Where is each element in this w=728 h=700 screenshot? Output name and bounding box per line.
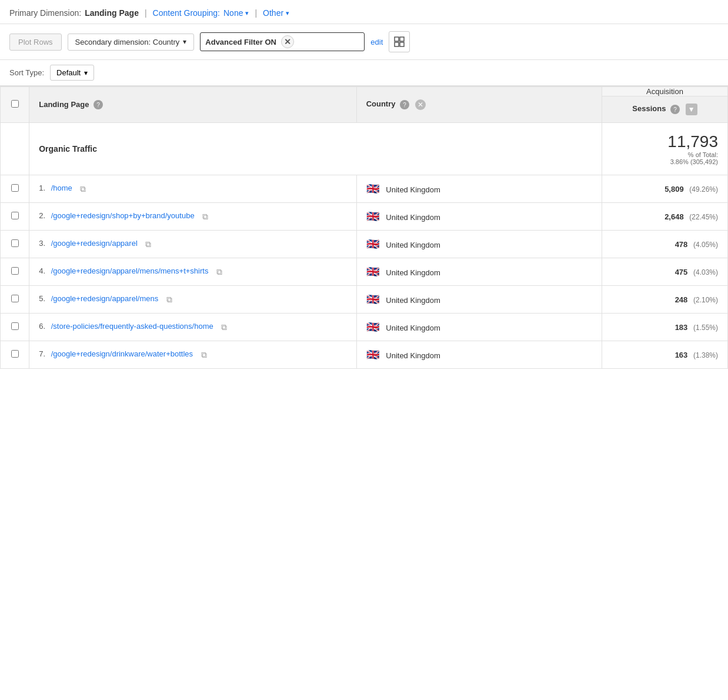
row-number: 4. — [39, 266, 45, 275]
row-checkbox[interactable] — [11, 350, 19, 358]
row-number: 7. — [39, 349, 45, 358]
sort-value: Default — [56, 68, 81, 77]
country-name: United Kingdom — [386, 296, 440, 305]
country-remove-icon[interactable]: ✕ — [415, 99, 426, 110]
sessions-value: 2,648 — [664, 212, 684, 221]
sessions-help-icon[interactable]: ? — [670, 105, 680, 114]
grid-view-button[interactable] — [389, 31, 410, 52]
table-row: 6. /store-policies/frequently-asked-ques… — [1, 314, 728, 341]
copy-icon[interactable]: ⧉ — [219, 322, 229, 332]
row-number: 5. — [39, 294, 45, 303]
country-name: United Kingdom — [386, 241, 440, 249]
content-grouping-chevron: ▾ — [245, 9, 249, 17]
page-link[interactable]: /google+redesign/apparel/mens/mens+t+shi… — [51, 266, 209, 275]
sessions-pct: (22.45%) — [689, 213, 718, 221]
sessions-value: 248 — [675, 295, 688, 304]
sort-chevron: ▾ — [84, 69, 88, 77]
country-header: Country ? ✕ — [357, 92, 602, 117]
landing-page-help-icon[interactable]: ? — [93, 100, 103, 109]
total-sessions-value: 11,793 — [612, 132, 718, 151]
secondary-dimension-chevron: ▾ — [183, 38, 186, 46]
svg-rect-1 — [400, 37, 404, 41]
primary-dimension-value: Landing Page — [85, 8, 139, 18]
table-row: 4. /google+redesign/apparel/mens/mens+t+… — [1, 258, 728, 286]
country-flag: 🇬🇧 — [366, 321, 379, 333]
country-header-label: Country — [366, 99, 396, 108]
svg-rect-0 — [395, 37, 399, 41]
sort-bar: Sort Type: Default ▾ — [0, 60, 728, 86]
page-link[interactable]: /google+redesign/drinkware/water+bottles — [51, 349, 193, 358]
row-checkbox[interactable] — [11, 184, 19, 192]
sessions-pct: (2.10%) — [693, 296, 718, 304]
country-name: United Kingdom — [386, 213, 440, 222]
sort-type-label: Sort Type: — [9, 68, 44, 77]
copy-icon[interactable]: ⧉ — [214, 266, 225, 277]
landing-page-header-label: Landing Page — [39, 100, 89, 109]
filter-clear-button[interactable]: ✕ — [281, 35, 294, 48]
copy-icon[interactable]: ⧉ — [78, 184, 88, 194]
select-all-checkbox[interactable] — [11, 100, 19, 108]
content-grouping-dropdown[interactable]: None ▾ — [223, 8, 249, 18]
sessions-value: 478 — [675, 240, 688, 249]
sessions-sort-arrow[interactable]: ▼ — [686, 104, 697, 115]
table-row: 7. /google+redesign/drinkware/water+bott… — [1, 341, 728, 369]
sort-dropdown[interactable]: Default ▾ — [50, 65, 94, 81]
sessions-pct: (1.55%) — [693, 324, 718, 332]
table-row: 3. /google+redesign/apparel ⧉ 🇬🇧 United … — [1, 231, 728, 258]
page-link[interactable]: /google+redesign/apparel/mens — [51, 294, 159, 303]
content-grouping-link[interactable]: Content Grouping: — [153, 8, 220, 18]
row-checkbox[interactable] — [11, 267, 19, 275]
secondary-dimension-label: Secondary dimension: Country — [75, 38, 180, 46]
table-row: 2. /google+redesign/shop+by+brand/youtub… — [1, 203, 728, 231]
edit-link[interactable]: edit — [370, 38, 383, 46]
copy-icon[interactable]: ⧉ — [164, 294, 175, 305]
sessions-value: 183 — [675, 323, 688, 332]
svg-rect-3 — [400, 42, 404, 46]
row-checkbox[interactable] — [11, 322, 19, 330]
country-name: United Kingdom — [386, 268, 440, 277]
country-name: United Kingdom — [386, 185, 440, 194]
row-checkbox[interactable] — [11, 212, 19, 219]
plot-rows-button[interactable]: Plot Rows — [9, 34, 62, 51]
grid-icon — [394, 36, 405, 47]
primary-dimension-label: Primary Dimension: — [9, 8, 81, 18]
page-link[interactable]: /google+redesign/apparel — [51, 239, 138, 248]
page-link[interactable]: /google+redesign/shop+by+brand/youtube — [51, 211, 195, 220]
sessions-header: Sessions ? ▼ — [602, 96, 727, 122]
row-number: 1. — [39, 184, 45, 192]
country-flag: 🇬🇧 — [366, 266, 379, 278]
row-checkbox[interactable] — [11, 295, 19, 302]
page-link[interactable]: /home — [51, 184, 72, 192]
copy-icon[interactable]: ⧉ — [199, 349, 209, 360]
filter-text: Advanced Filter ON — [205, 38, 276, 46]
table-row: 1. /home ⧉ 🇬🇧 United Kingdom 5,809 (49.2… — [1, 175, 728, 203]
toolbar: Plot Rows Secondary dimension: Country ▾… — [0, 24, 728, 60]
other-dropdown[interactable]: Other ▾ — [263, 8, 289, 18]
sessions-header-label: Sessions — [632, 104, 666, 113]
sessions-pct: (4.05%) — [693, 241, 718, 249]
country-flag: 🇬🇧 — [366, 238, 379, 250]
row-checkbox[interactable] — [11, 239, 19, 247]
country-help-icon[interactable]: ? — [400, 100, 409, 109]
sessions-pct: (4.03%) — [693, 268, 718, 276]
sessions-value: 5,809 — [664, 185, 684, 194]
total-sessions-pct-label: % of Total: — [612, 151, 718, 158]
country-flag: 🇬🇧 — [366, 349, 379, 361]
select-all-checkbox-cell[interactable] — [1, 100, 29, 109]
country-name: United Kingdom — [386, 324, 440, 332]
sessions-value: 163 — [675, 351, 688, 359]
landing-page-header: Landing Page ? — [29, 93, 356, 117]
page-link[interactable]: /store-policies/frequently-asked-questio… — [51, 322, 213, 331]
sessions-value: 475 — [675, 268, 688, 276]
sessions-pct: (1.38%) — [693, 351, 718, 359]
filter-box: Advanced Filter ON ✕ — [200, 32, 365, 51]
copy-icon[interactable]: ⧉ — [143, 239, 153, 249]
organic-traffic-row: Organic Traffic 11,793 % of Total: 3.86%… — [1, 123, 728, 175]
secondary-dimension-button[interactable]: Secondary dimension: Country ▾ — [68, 34, 195, 51]
row-number: 3. — [39, 239, 45, 248]
copy-icon[interactable]: ⧉ — [200, 211, 211, 222]
acquisition-header: Acquisition — [602, 87, 727, 96]
table-row: 5. /google+redesign/apparel/mens ⧉ 🇬🇧 Un… — [1, 286, 728, 314]
total-sessions-sub: 3.86% (305,492) — [612, 158, 718, 165]
country-flag: 🇬🇧 — [366, 183, 379, 195]
